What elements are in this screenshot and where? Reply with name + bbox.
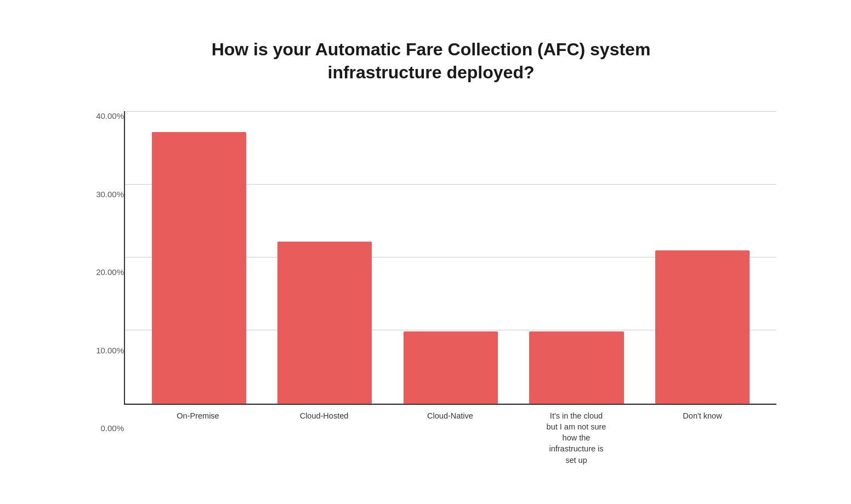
y-axis-label: 20.00% [96,267,124,277]
x-label-group: Don't know [639,405,765,466]
x-label-group: Cloud-Native [387,405,513,466]
chart-area: 0.00%10.00%20.00%30.00%40.00% On-Premise… [86,111,776,466]
bar-group [262,111,388,403]
bar [404,331,498,404]
x-label: Cloud-Native [427,410,473,466]
y-axis-label: 0.00% [100,423,124,433]
bar-group [639,111,765,403]
x-label: It's in the cloud but I am not sure how … [547,410,606,466]
x-label-group: It's in the cloud but I am not sure how … [513,405,639,466]
chart-title: How is your Automatic Fare Collection (A… [212,38,651,84]
chart-container: How is your Automatic Fare Collection (A… [42,16,809,488]
grid-and-bars [124,111,776,403]
bar [655,250,750,404]
bar [529,331,623,404]
chart-body: On-PremiseCloud-HostedCloud-NativeIt's i… [124,111,776,466]
y-axis-label: 40.00% [96,111,124,121]
bar [277,242,372,404]
x-label-group: Cloud-Hosted [261,405,387,466]
x-labels: On-PremiseCloud-HostedCloud-NativeIt's i… [124,405,776,466]
bar-group [388,111,514,403]
bar-group [514,111,640,403]
y-axis: 0.00%10.00%20.00%30.00%40.00% [86,111,124,466]
x-label: On-Premise [177,410,219,466]
bars-row [125,111,776,403]
bar-group [136,111,262,403]
x-label: Don't know [683,410,722,466]
y-axis-label: 30.00% [96,190,124,199]
x-label: Cloud-Hosted [300,410,349,466]
x-label-group: On-Premise [135,405,261,466]
y-axis-label: 10.00% [96,346,124,355]
bar [152,132,246,404]
